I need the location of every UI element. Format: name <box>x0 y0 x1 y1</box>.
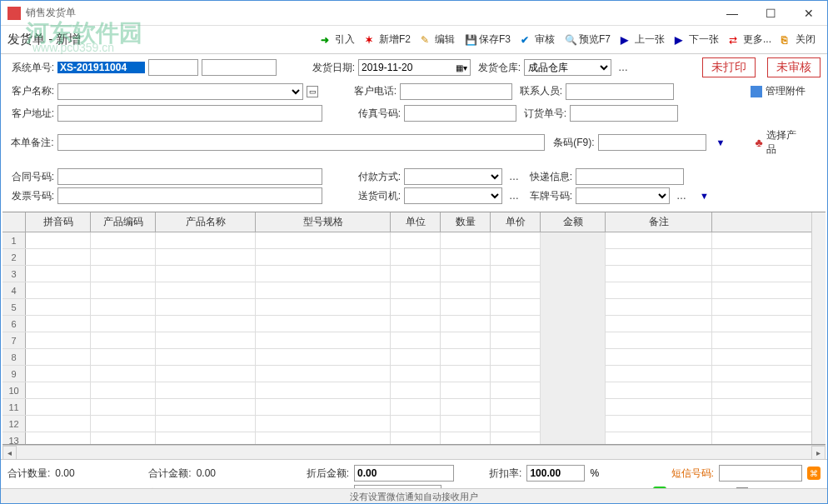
col-code[interactable]: 产品编码 <box>91 212 156 232</box>
cell[interactable] <box>156 399 256 416</box>
next-button[interactable]: ▶下一张 <box>670 30 724 49</box>
cell[interactable] <box>491 266 541 282</box>
cell[interactable] <box>26 366 91 382</box>
cell[interactable] <box>91 349 156 366</box>
driver-select[interactable] <box>404 187 502 204</box>
vertical-scrollbar[interactable] <box>811 212 826 444</box>
cell[interactable] <box>91 282 156 299</box>
cell[interactable] <box>606 282 712 299</box>
col-spec[interactable]: 型号规格 <box>256 212 391 232</box>
cell[interactable] <box>491 416 541 432</box>
col-amount[interactable]: 金额 <box>541 212 606 232</box>
contact-input[interactable] <box>566 83 674 100</box>
col-name[interactable]: 产品名称 <box>156 212 256 232</box>
cell[interactable] <box>256 382 391 399</box>
cell[interactable] <box>491 282 541 299</box>
cell[interactable] <box>256 349 391 366</box>
cell[interactable] <box>26 316 91 332</box>
table-row[interactable]: 1 <box>2 232 811 249</box>
driver-lookup[interactable]: … <box>506 190 522 202</box>
prev-button[interactable]: ▶上一张 <box>616 30 670 49</box>
cell[interactable] <box>26 416 91 432</box>
courier-input[interactable] <box>576 168 684 185</box>
cell[interactable] <box>91 316 156 332</box>
rss-icon[interactable]: ⌘ <box>807 467 821 480</box>
cell[interactable] <box>606 432 712 444</box>
custaddr-input[interactable] <box>57 105 322 122</box>
close-button[interactable]: ⎘关闭 <box>776 30 821 49</box>
cell[interactable] <box>156 282 256 299</box>
cell[interactable] <box>26 332 91 349</box>
plate-lookup[interactable]: … <box>673 190 690 202</box>
cell[interactable] <box>156 349 256 366</box>
cell[interactable] <box>156 266 256 282</box>
cell[interactable] <box>491 232 541 249</box>
cell[interactable] <box>606 332 712 349</box>
cell[interactable] <box>491 249 541 266</box>
contract-input[interactable] <box>57 168 322 185</box>
cell[interactable] <box>391 416 441 432</box>
cell[interactable] <box>156 232 256 249</box>
cell[interactable] <box>391 316 441 332</box>
cell[interactable] <box>91 299 156 316</box>
cell[interactable] <box>541 232 606 249</box>
cell[interactable] <box>391 299 441 316</box>
barcode-input[interactable] <box>598 134 706 151</box>
cell[interactable] <box>606 349 712 366</box>
cell[interactable] <box>541 399 606 416</box>
table-row[interactable]: 6 <box>2 316 811 332</box>
cell[interactable] <box>606 316 712 332</box>
cell[interactable] <box>606 399 712 416</box>
new-button[interactable]: ✶新增F2 <box>360 30 416 49</box>
cell[interactable] <box>156 316 256 332</box>
cell[interactable] <box>256 266 391 282</box>
custphone-input[interactable] <box>400 83 512 100</box>
custname-card-icon[interactable]: ▭ <box>307 86 318 97</box>
cell[interactable] <box>391 366 441 382</box>
cell[interactable] <box>26 249 91 266</box>
cell[interactable] <box>91 249 156 266</box>
col-pinyin[interactable]: 拼音码 <box>26 212 91 232</box>
cell[interactable] <box>156 366 256 382</box>
cell[interactable] <box>156 249 256 266</box>
cell[interactable] <box>91 382 156 399</box>
cell[interactable] <box>606 232 712 249</box>
col-price[interactable]: 单价 <box>491 212 541 232</box>
cell[interactable] <box>156 332 256 349</box>
cell[interactable] <box>441 266 491 282</box>
orderno-input[interactable] <box>570 105 678 122</box>
cell[interactable] <box>441 432 491 444</box>
preview-button[interactable]: 🔍预览F7 <box>560 30 616 49</box>
cell[interactable] <box>491 332 541 349</box>
cell[interactable] <box>441 232 491 249</box>
cell[interactable] <box>491 366 541 382</box>
paymethod-select[interactable] <box>404 168 502 185</box>
barcode-dropdown[interactable]: ▼ <box>710 137 732 147</box>
cell[interactable] <box>541 249 606 266</box>
cell[interactable] <box>256 432 391 444</box>
after-discount-input[interactable] <box>354 465 454 482</box>
cell[interactable] <box>26 432 91 444</box>
cell[interactable] <box>606 366 712 382</box>
cell[interactable] <box>606 249 712 266</box>
table-row[interactable]: 2 <box>2 249 811 266</box>
save-button[interactable]: 💾保存F3 <box>460 30 516 49</box>
cell[interactable] <box>541 366 606 382</box>
cell[interactable] <box>491 299 541 316</box>
cell[interactable] <box>491 349 541 366</box>
sysno-extra2-input[interactable] <box>202 59 277 76</box>
cell[interactable] <box>91 232 156 249</box>
cell[interactable] <box>441 332 491 349</box>
more-button[interactable]: ⇄更多... <box>724 30 776 49</box>
cell[interactable] <box>541 349 606 366</box>
table-row[interactable]: 5 <box>2 299 811 316</box>
shipdate-picker[interactable]: 2019-11-20 ▦▾ <box>358 59 471 76</box>
cell[interactable] <box>491 316 541 332</box>
minimize-button[interactable]: — <box>721 5 744 22</box>
table-row[interactable]: 13 <box>2 432 811 444</box>
table-row[interactable]: 4 <box>2 282 811 299</box>
table-row[interactable]: 12 <box>2 416 811 432</box>
cell[interactable] <box>391 432 441 444</box>
table-row[interactable]: 3 <box>2 266 811 282</box>
cell[interactable] <box>256 249 391 266</box>
